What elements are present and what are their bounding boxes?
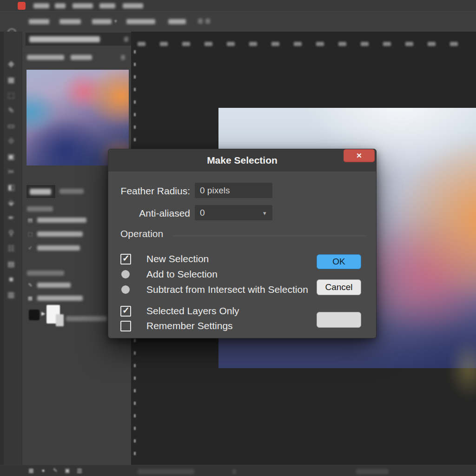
- list-item-icon: ✓: [27, 245, 33, 251]
- ruler-tick: [450, 42, 458, 46]
- tool-icon[interactable]: ▭: [6, 121, 16, 131]
- tool-icon[interactable]: ☷: [6, 244, 16, 254]
- chevron-down-icon: ▾: [263, 210, 266, 217]
- option-label: Subtract from Intersect with Selection: [146, 284, 308, 295]
- list-item-icon: ⬚: [27, 231, 33, 237]
- tool-icon[interactable]: ✒: [6, 213, 16, 223]
- options-item-blurred[interactable]: [126, 19, 155, 24]
- status-text-blurred: [356, 469, 389, 474]
- panel-close-icon[interactable]: [124, 37, 128, 42]
- menu-bar: [0, 0, 476, 11]
- menu-item-blurred[interactable]: [73, 3, 93, 8]
- swap-colors-icon[interactable]: ▶: [41, 311, 45, 317]
- options-item-blurred[interactable]: [168, 19, 186, 24]
- options-icon-blurred[interactable]: [198, 19, 203, 24]
- status-icon[interactable]: ✎: [51, 467, 60, 474]
- option-label: Add to Selection: [146, 269, 218, 280]
- options-item-blurred[interactable]: [60, 19, 81, 24]
- ruler-tick: [428, 42, 436, 46]
- menu-item-blurred[interactable]: [99, 3, 115, 8]
- foreground-color-swatch[interactable]: [29, 310, 40, 320]
- ruler-tick: [405, 42, 413, 46]
- tool-icon[interactable]: ◧: [6, 182, 16, 192]
- list-item-blurred[interactable]: [37, 218, 86, 223]
- ruler-tick: [227, 42, 235, 46]
- option-label: Remember Settings: [146, 320, 233, 331]
- window-edge: [0, 32, 4, 476]
- list-item-icon: ▤: [27, 217, 33, 223]
- checkbox[interactable]: ✓: [120, 254, 131, 264]
- radio-button[interactable]: [121, 285, 130, 294]
- options-bar: ▾: [0, 11, 476, 32]
- tool-icon[interactable]: ▤: [6, 259, 16, 269]
- ok-button[interactable]: OK: [317, 254, 361, 269]
- feather-radius-input[interactable]: [195, 183, 272, 198]
- status-icon[interactable]: ▦: [27, 467, 35, 474]
- swatch-shadow: [56, 314, 64, 326]
- status-icon[interactable]: ▣: [63, 467, 72, 474]
- operation-section-label: Operation: [120, 228, 163, 239]
- options-item-blurred[interactable]: [92, 19, 112, 24]
- ruler-tick: [271, 42, 279, 46]
- list-item-blurred[interactable]: [37, 296, 83, 301]
- list-item-icon: ▦: [27, 295, 33, 301]
- status-text-blurred: [138, 469, 194, 474]
- checkbox[interactable]: ✓: [120, 306, 131, 317]
- section-divider: [173, 236, 367, 236]
- list-item-blurred[interactable]: [37, 283, 71, 288]
- blank-button[interactable]: [317, 312, 361, 328]
- make-selection-dialog: Make Selection ✕ Feather Radius: Anti-al…: [108, 149, 377, 338]
- section-label-blurred: [27, 206, 53, 212]
- list-item-blurred[interactable]: [37, 231, 83, 237]
- panel-header[interactable]: [26, 33, 131, 46]
- tool-icon[interactable]: ▥: [6, 290, 16, 300]
- ruler-tick: [294, 42, 302, 46]
- anti-aliased-dropdown[interactable]: 0: [195, 205, 272, 220]
- menu-item-blurred[interactable]: [123, 3, 143, 8]
- dialog-title: Make Selection: [108, 149, 376, 172]
- status-bar: ▦●✎▣▥: [0, 465, 476, 476]
- status-icon[interactable]: ▥: [75, 467, 84, 474]
- ruler-tick: [361, 42, 369, 46]
- ruler-tick: [160, 42, 168, 46]
- tool-icon[interactable]: ⬙: [6, 198, 16, 208]
- options-item-blurred[interactable]: [29, 19, 49, 24]
- status-divider: [232, 469, 236, 474]
- list-item-blurred[interactable]: [37, 245, 80, 251]
- option-label: New Selection: [146, 253, 209, 264]
- tool-icon[interactable]: ▦: [6, 75, 16, 85]
- tool-icon[interactable]: ⬚: [6, 90, 16, 100]
- cancel-button[interactable]: Cancel: [317, 279, 361, 295]
- tool-icon[interactable]: ✥: [6, 60, 16, 70]
- feather-radius-label: Feather Radius:: [108, 185, 190, 197]
- panel-add-icon[interactable]: [121, 55, 125, 60]
- panel-tab-blurred[interactable]: [60, 189, 84, 194]
- menu-item-blurred[interactable]: [33, 3, 49, 8]
- section-label-blurred: [27, 271, 64, 276]
- checkbox[interactable]: ✓: [120, 321, 131, 331]
- ruler-tick: [182, 42, 190, 46]
- list-item-icon: ✎: [27, 282, 33, 288]
- ruler-tick: [205, 42, 212, 46]
- tool-icon[interactable]: ⟐: [6, 136, 16, 146]
- option-label: Selected Layers Only: [146, 305, 239, 317]
- tool-icon[interactable]: ✎: [6, 106, 16, 116]
- options-icon-blurred[interactable]: [205, 19, 210, 24]
- panel-tab-blurred[interactable]: [71, 55, 92, 60]
- tool-strip: ✥▦⬚✎▭⟐▣✂◧⬙✒⚲☷▤■▥: [0, 32, 22, 476]
- tool-icon[interactable]: ▣: [6, 152, 16, 162]
- anti-aliased-label: Anti-aliased: [108, 208, 190, 219]
- ruler-tick: [338, 42, 346, 46]
- radio-button[interactable]: [121, 270, 130, 278]
- chevron-down-icon: ▾: [114, 18, 117, 24]
- ruler-tick: [383, 42, 391, 46]
- tool-icon[interactable]: ✂: [6, 167, 16, 177]
- ruler-tick: [249, 42, 257, 46]
- menu-item-blurred[interactable]: [55, 3, 66, 8]
- swatch-label-blurred: [66, 316, 107, 321]
- status-icon[interactable]: ●: [39, 467, 47, 474]
- tool-icon[interactable]: ⚲: [6, 228, 16, 238]
- close-button[interactable]: ✕: [344, 149, 375, 162]
- panel-tab-blurred[interactable]: [27, 55, 64, 60]
- tool-icon[interactable]: ■: [6, 274, 16, 284]
